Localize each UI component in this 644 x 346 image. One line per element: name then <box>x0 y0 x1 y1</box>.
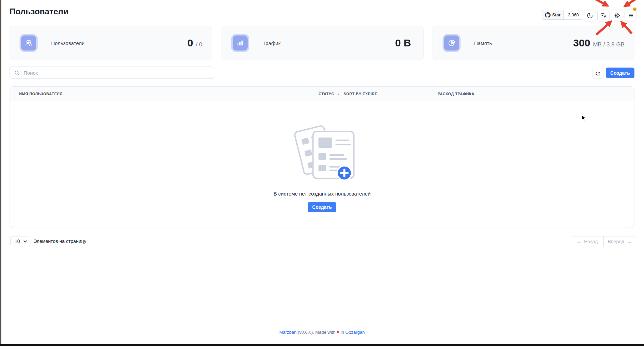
hamburger-icon <box>628 12 634 19</box>
stat-label: Трафик <box>263 40 280 46</box>
heart-icon: ♥ <box>337 330 339 335</box>
stat-card-memory: Память 300 MB / 3.8 GB <box>433 26 634 60</box>
search-input[interactable] <box>23 70 210 76</box>
stat-card-users: Пользователи 0 / 0 <box>10 26 212 60</box>
empty-state-illustration <box>287 119 357 185</box>
stat-label: Память <box>474 40 492 46</box>
table-header-row: ИМЯ ПОЛЬЗОВАТЕЛЯ СТАТУС / SORT BY EXPIRE… <box>10 87 634 101</box>
marzban-users-page: Пользователи Star 3,360 <box>0 0 644 346</box>
moon-icon <box>587 12 593 19</box>
bar-chart-icon <box>233 35 248 51</box>
left-arrow-icon: ← <box>576 239 581 244</box>
next-label: Вперед <box>608 239 624 244</box>
footer-in-text: in <box>340 330 344 335</box>
theme-toggle-button[interactable] <box>584 10 596 21</box>
stat-value: 300 <box>573 37 590 49</box>
arrow-top-left <box>589 0 607 5</box>
column-header-sort-by-expire[interactable]: SORT BY EXPIRE <box>343 92 377 96</box>
stat-suffix: / 0 <box>196 41 202 48</box>
menu-button[interactable] <box>625 10 637 21</box>
right-arrow-icon: → <box>627 239 632 244</box>
stat-suffix: MB / 3.8 GB <box>593 41 625 48</box>
create-button[interactable]: Создать <box>606 68 634 78</box>
github-star-button[interactable]: Star 3,360 <box>542 10 583 20</box>
pagination-buttons: ← Назад Вперед → <box>571 236 636 247</box>
gear-icon <box>614 12 620 19</box>
column-header-divider: / <box>338 92 340 96</box>
arrow-top-right <box>625 0 641 6</box>
next-page-button[interactable]: Вперед → <box>603 236 636 247</box>
stat-card-traffic: Трафик 0 B <box>221 26 424 60</box>
github-star-label: Star <box>552 13 560 17</box>
github-star-segment[interactable]: Star <box>542 10 564 19</box>
window-left-edge <box>0 0 1 346</box>
refresh-icon <box>595 71 601 76</box>
settings-button[interactable] <box>611 10 623 21</box>
page-title: Пользователи <box>10 7 69 16</box>
translate-icon <box>600 12 607 19</box>
notification-dot <box>633 8 636 11</box>
empty-state-create-button[interactable]: Создать <box>308 202 336 212</box>
plus-circle-icon <box>337 166 352 180</box>
stat-value: 0 B <box>395 37 411 49</box>
prev-page-button[interactable]: ← Назад <box>571 236 603 247</box>
marzban-link[interactable]: Marzban <box>279 330 297 335</box>
page-size-value: 10 <box>15 239 20 244</box>
refresh-button[interactable] <box>592 68 603 79</box>
language-button[interactable] <box>597 10 610 21</box>
github-icon <box>545 12 551 18</box>
chevron-down-icon <box>24 240 27 243</box>
users-icon <box>21 35 36 51</box>
pie-chart-icon <box>444 35 459 51</box>
search-icon <box>14 70 20 76</box>
column-header-status[interactable]: СТАТУС <box>319 92 334 96</box>
page-size-label: Элементов на страницу <box>33 236 86 246</box>
stat-label: Пользователи <box>51 40 85 46</box>
page-size-select[interactable]: 10 <box>10 236 30 246</box>
gozargah-link[interactable]: Gozargah <box>345 330 365 335</box>
column-header-username[interactable]: ИМЯ ПОЛЬЗОВАТЕЛЯ <box>19 87 62 101</box>
empty-state-message: В системе нет созданных пользователей <box>10 191 634 197</box>
footer-version-text: (v0.6.0), Made with <box>298 330 336 335</box>
prev-label: Назад <box>584 239 598 244</box>
stat-value: 0 <box>187 37 193 49</box>
users-table: ИМЯ ПОЛЬЗОВАТЕЛЯ СТАТУС / SORT BY EXPIRE… <box>10 86 634 228</box>
search-box[interactable] <box>10 67 214 79</box>
column-header-traffic[interactable]: РАСХОД ТРАФИКА <box>438 87 474 101</box>
window-bottom-edge <box>0 344 644 346</box>
footer: Marzban (v0.6.0), Made with ♥ in Gozarga… <box>0 330 644 335</box>
github-star-count[interactable]: 3,360 <box>564 10 583 19</box>
